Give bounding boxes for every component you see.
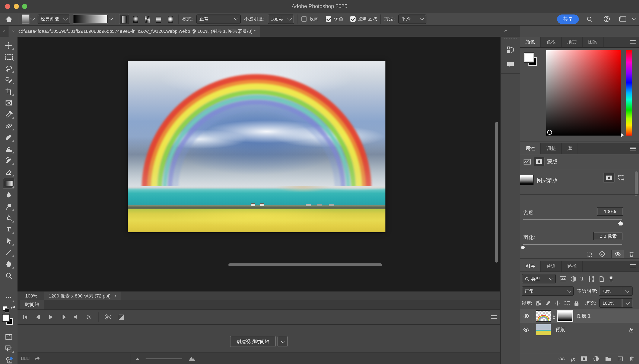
diamond-gradient-button[interactable] <box>166 14 175 24</box>
frames-view-icon[interactable] <box>21 356 30 360</box>
help-button[interactable] <box>600 15 613 22</box>
canvas-image[interactable] <box>128 61 385 232</box>
layer-fill-chevron[interactable] <box>622 298 633 308</box>
layer-opacity-field[interactable]: 70% <box>599 286 622 296</box>
dither-option[interactable]: 仿色 <box>326 16 343 22</box>
new-layer-icon[interactable] <box>617 356 623 362</box>
dock-grip[interactable] <box>504 38 517 41</box>
status-chevron-icon[interactable]: › <box>115 293 116 298</box>
mask-visibility-cell[interactable] <box>611 250 624 258</box>
frame-tool[interactable] <box>4 98 14 108</box>
layer-row-selected[interactable]: 图层 1 <box>520 310 639 323</box>
tab-libraries[interactable]: 库 <box>562 143 578 154</box>
filter-smart-objects-icon[interactable] <box>598 276 604 282</box>
tool-preset-picker[interactable] <box>22 14 34 24</box>
previous-frame-button[interactable] <box>35 314 41 320</box>
lock-artboard-icon[interactable] <box>564 300 570 306</box>
lasso-tool[interactable] <box>4 63 14 73</box>
add-mask-icon[interactable] <box>580 356 587 362</box>
layer-row-background[interactable]: 背景 <box>520 323 639 336</box>
vertical-scrollbar[interactable] <box>495 122 498 262</box>
timeline-tab[interactable]: 时间轴 <box>20 300 44 310</box>
split-clip-icon[interactable] <box>105 313 112 320</box>
pen-tool[interactable] <box>4 213 14 223</box>
eyedropper-tool[interactable] <box>4 109 14 119</box>
comments-panel-icon[interactable] <box>501 57 520 72</box>
delete-layer-icon[interactable] <box>629 356 635 362</box>
timeline-zoom-slider[interactable] <box>146 358 182 359</box>
edit-toolbar-icon[interactable]: ••• <box>4 292 14 302</box>
layer-filter-dropdown[interactable]: 类型 <box>522 274 556 284</box>
tab-layers[interactable]: 图层 <box>520 261 541 272</box>
horizontal-scrollbar[interactable] <box>228 264 382 266</box>
brush-tool[interactable] <box>4 132 14 142</box>
foreground-color-chip[interactable] <box>3 314 10 322</box>
angle-gradient-button[interactable] <box>143 14 152 24</box>
zoom-out-thumbnail-icon[interactable] <box>135 357 140 360</box>
layer-opacity-chevron[interactable] <box>621 286 632 296</box>
apply-mask-icon[interactable] <box>598 250 605 258</box>
history-brush-tool[interactable] <box>4 155 14 166</box>
close-tab-icon[interactable]: × <box>12 28 15 34</box>
spot-healing-brush-tool[interactable] <box>4 120 14 131</box>
feather-value[interactable]: 0.0 像素 <box>593 232 623 240</box>
filter-toggle-icon[interactable] <box>608 275 614 282</box>
reverse-checkbox[interactable] <box>301 16 307 22</box>
layer-styles-icon[interactable]: fx <box>571 355 575 362</box>
radial-gradient-button[interactable] <box>131 14 140 24</box>
lock-transparency-icon[interactable] <box>536 300 542 306</box>
select-mask-button[interactable] <box>603 173 614 182</box>
feather-slider[interactable] <box>523 244 622 244</box>
expand-left-dock-icon[interactable]: » <box>3 28 5 34</box>
new-group-icon[interactable] <box>605 356 612 362</box>
add-adjustment-icon[interactable] <box>593 356 599 362</box>
minimize-window-button[interactable] <box>14 4 19 9</box>
collapse-right-dock-icon[interactable]: « <box>504 28 507 34</box>
audio-mute-button[interactable] <box>73 314 79 320</box>
link-layers-icon[interactable] <box>558 356 565 361</box>
hand-tool[interactable] <box>4 259 14 269</box>
pixel-layer-icon[interactable] <box>523 158 531 165</box>
dodge-tool[interactable] <box>4 201 14 212</box>
close-window-button[interactable] <box>5 4 10 9</box>
timeline-menu-icon[interactable] <box>491 315 497 319</box>
transparency-option[interactable]: 透明区域 <box>350 16 377 22</box>
saturation-brightness-field[interactable] <box>546 50 621 136</box>
background-lock-icon[interactable] <box>629 327 634 333</box>
type-tool[interactable]: T <box>4 224 14 234</box>
maximize-window-button[interactable] <box>22 4 27 9</box>
tab-paths[interactable]: 路径 <box>562 261 583 272</box>
generative-workflow-icon[interactable] <box>4 355 14 364</box>
gradient-mode-dropdown[interactable]: 经典渐变 <box>38 14 70 24</box>
color-panel-menu-icon[interactable] <box>629 40 635 44</box>
crop-tool[interactable] <box>4 86 14 96</box>
layer-thumbnail[interactable] <box>536 310 551 322</box>
foreground-background-colors[interactable] <box>3 314 15 327</box>
properties-panel-menu-icon[interactable] <box>629 146 635 150</box>
eraser-tool[interactable] <box>4 167 14 177</box>
clone-stamp-tool[interactable] <box>4 144 14 154</box>
timeline-type-chevron-button[interactable] <box>278 336 288 347</box>
play-button[interactable] <box>47 314 54 320</box>
properties-scrollbar[interactable] <box>635 171 638 196</box>
method-dropdown[interactable]: 平滑 <box>398 14 427 24</box>
add-vector-mask-icon[interactable] <box>617 174 625 182</box>
history-panel-icon[interactable] <box>501 42 520 57</box>
line-tool[interactable] <box>4 247 14 258</box>
load-selection-icon[interactable] <box>586 251 592 257</box>
tab-properties[interactable]: 属性 <box>520 143 541 154</box>
render-video-icon[interactable] <box>34 355 40 362</box>
selection-brush-tool[interactable] <box>4 74 14 85</box>
filter-pixel-layers-icon[interactable] <box>560 276 566 282</box>
rectangular-marquee-tool[interactable] <box>4 52 14 62</box>
dither-checkbox[interactable] <box>326 16 331 22</box>
hue-slider[interactable] <box>626 50 632 136</box>
layer-name[interactable]: 背景 <box>555 326 565 333</box>
canvas-area[interactable] <box>18 37 500 291</box>
reverse-option[interactable]: 反向 <box>301 16 319 22</box>
filter-shape-layers-icon[interactable] <box>588 276 594 282</box>
gradient-tool[interactable] <box>4 178 14 188</box>
tab-color[interactable]: 颜色 <box>520 37 541 47</box>
document-info[interactable]: 1200 像素 x 800 像素 (72 ppi) › <box>44 292 121 300</box>
mask-properties-icon[interactable] <box>534 157 544 166</box>
